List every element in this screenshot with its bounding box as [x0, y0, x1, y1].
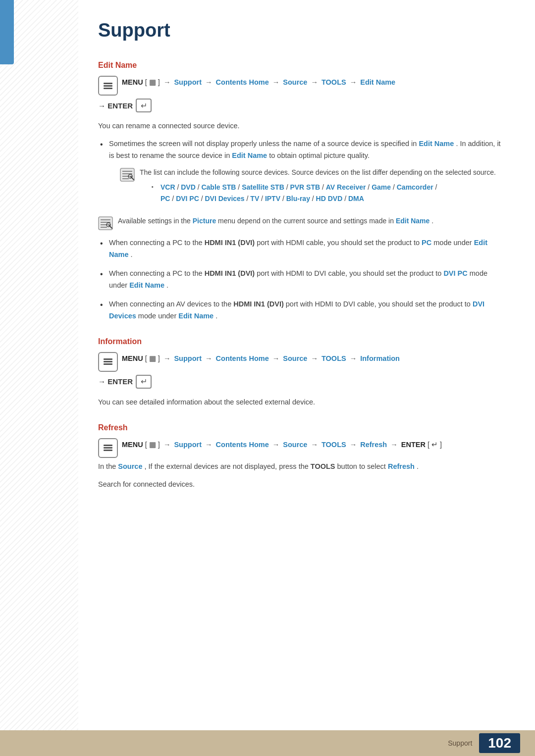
svg-rect-6	[99, 217, 112, 230]
refresh-source-highlight: Source	[118, 462, 142, 470]
main-content: Support Edit Name MENU [ ▦ ] → Support →	[78, 0, 535, 536]
edit-name-body: You can rename a connected source device…	[98, 120, 505, 132]
note2-before: Available settings in the	[118, 217, 193, 225]
edit-name-bullet4: When connecting an AV devices to the HDM…	[98, 299, 505, 322]
b3-before: When connecting a PC to the	[109, 269, 205, 277]
note1-text-content: The list can include the following sourc…	[140, 168, 496, 176]
refresh-path-refresh: Refresh	[360, 441, 389, 449]
edit-name-bullets-2: When connecting a PC to the HDMI IN1 (DV…	[98, 237, 505, 322]
note-block-1: The list can include the following sourc…	[120, 167, 505, 209]
refresh-menu-label: MENU	[122, 441, 143, 449]
refresh-body1: In the Source , If the external devices …	[98, 461, 505, 473]
note1-text: The list can include the following sourc…	[140, 167, 496, 209]
b3-mid: port with HDMI to DVI cable, you should …	[257, 269, 443, 277]
refresh-menu-path: MENU [ ▦ ] → Support → Contents Home → S…	[98, 439, 505, 458]
refresh-body2: Search for connected devices.	[98, 479, 505, 491]
refresh-in-the: In the	[98, 462, 118, 470]
edit-name-bullet3: When connecting a PC to the HDMI IN1 (DV…	[98, 268, 505, 292]
bracket-open: [	[145, 78, 147, 86]
b4-mid: port with HDMI to DVI cable, you should …	[286, 300, 473, 308]
information-menu-path: MENU [ ▦ ] → Support → Contents Home → S…	[98, 353, 505, 372]
left-accent-bar	[0, 0, 14, 64]
b4-hdmi: HDMI IN1 (DVI)	[233, 300, 284, 308]
info-grid-icon: ▦	[149, 354, 156, 362]
svg-rect-0	[120, 168, 134, 181]
note2-after: .	[431, 217, 433, 225]
path-source-edit: Source	[283, 78, 307, 86]
bullet1-highlight2: Edit Name	[232, 151, 267, 159]
bracket-close: ]	[158, 78, 162, 86]
note2-mid: menu depend on the current source and se…	[218, 217, 396, 225]
edit-name-menu-path: MENU [ ▦ ] → Support → Contents Home → S…	[98, 77, 505, 96]
edit-name-bullet2: When connecting a PC to the HDMI IN1 (DV…	[98, 237, 505, 261]
refresh-heading: Refresh	[98, 423, 505, 432]
menu-icon-refresh	[98, 438, 118, 458]
refresh-mid2: button to select	[337, 462, 388, 470]
refresh-path-source: Source	[283, 441, 309, 449]
rbar2	[104, 447, 112, 449]
path-support: Support	[174, 78, 204, 86]
refresh-refresh-highlight: Refresh	[388, 462, 415, 470]
refresh-tools-highlight: TOOLS	[311, 462, 335, 470]
info-path-tools: TOOLS	[321, 354, 348, 362]
arrow-enter-label: → ENTER	[98, 101, 133, 110]
note-icon-1	[120, 168, 135, 182]
refresh-path-contents: Contents Home	[216, 441, 271, 449]
arrow4: →	[311, 78, 318, 86]
edit-name-bullets: Sometimes the screen will not display pr…	[98, 138, 505, 208]
arrow1: →	[163, 78, 171, 86]
refresh-after: .	[417, 462, 419, 470]
refresh-path-enter: ENTER	[401, 441, 426, 449]
info-path-information: Information	[360, 354, 400, 362]
refresh-mid: , If the external devices are not displa…	[145, 462, 311, 470]
rbar3	[104, 450, 112, 451]
rbar1	[104, 445, 112, 446]
bullet1-highlight1: Edit Name	[419, 140, 454, 148]
b4-after: .	[215, 312, 217, 320]
grid-icon-text: ▦	[149, 78, 156, 86]
bullet1-text-after: to obtain optimal picture quality.	[269, 151, 370, 159]
ibar2	[104, 361, 112, 362]
b4-mid2: mode under	[138, 312, 178, 320]
b2-mid2: mode under	[433, 239, 474, 247]
info-path-support: Support	[174, 354, 204, 362]
page-title: Support	[98, 20, 505, 41]
footer-label: Support	[448, 739, 472, 747]
note2-text: Available settings in the Picture menu d…	[118, 215, 433, 226]
path-contents-home: Contents Home	[216, 78, 271, 86]
menu-label: MENU	[122, 78, 143, 86]
edit-name-bullet1: Sometimes the screen will not display pr…	[98, 138, 505, 208]
arrow5: →	[350, 78, 357, 86]
info-menu-label: MENU	[122, 354, 143, 362]
edit-name-heading: Edit Name	[98, 61, 505, 70]
information-body: You can see detailed information about t…	[98, 397, 505, 408]
b2-mid: port with HDMI cable, you should set the…	[257, 239, 422, 247]
arrow3: →	[272, 78, 280, 86]
b4-edit-name: Edit Name	[178, 312, 214, 320]
refresh-section: Refresh MENU [ ▦ ] → Support → Contents …	[98, 423, 505, 491]
information-section: Information MENU [ ▦ ] → Support → Conte…	[98, 337, 505, 408]
menu-icon-info	[98, 352, 118, 372]
note2-picture: Picture	[193, 217, 216, 225]
menu-icon-bars-refresh	[104, 445, 112, 451]
ibar3	[104, 363, 112, 365]
arrow2: →	[205, 78, 213, 86]
info-bracket-close: ]	[158, 354, 162, 362]
note-icon-2	[98, 216, 113, 230]
info-arrow-enter: → ENTER	[98, 377, 133, 386]
enter-icon-edit: ↵	[136, 99, 152, 112]
b4-before: When connecting an AV devices to the	[109, 300, 233, 308]
info-bracket-open: [	[145, 354, 147, 362]
b2-before: When connecting a PC to the	[109, 239, 205, 247]
b2-after: .	[131, 251, 133, 258]
menu-icon-bars	[104, 83, 112, 89]
note2-edit-name: Edit Name	[396, 217, 429, 225]
enter-icon-info: ↵	[136, 375, 152, 389]
info-path-source: Source	[283, 354, 309, 362]
edit-name-section: Edit Name MENU [ ▦ ] → Support → Content…	[98, 61, 505, 322]
path-tools-edit: TOOLS	[321, 78, 348, 86]
source-device-list: VCR / DVD / Cable STB / Satellite STB / …	[150, 182, 496, 204]
source-devices-item: VCR / DVD / Cable STB / Satellite STB / …	[150, 182, 496, 204]
information-path-text: MENU [ ▦ ] → Support → Contents Home → S…	[122, 353, 505, 364]
refresh-path-tools: TOOLS	[321, 441, 348, 449]
